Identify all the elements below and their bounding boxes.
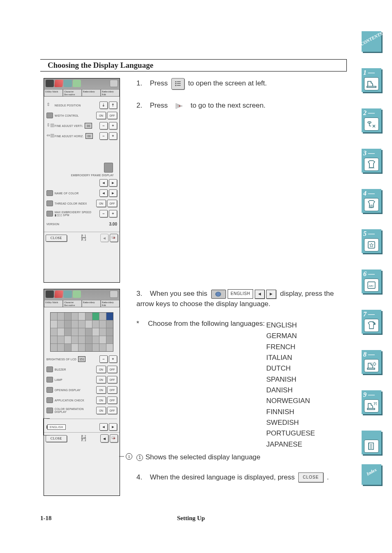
fav-minus-button[interactable]: − — [99, 122, 108, 129]
needle-icon: ⇕ — [46, 102, 53, 108]
brightness-minus-button[interactable]: − — [99, 355, 108, 363]
speed-minus-button[interactable]: − — [99, 210, 108, 217]
width-off-button[interactable]: OFF — [107, 112, 117, 119]
speed-icon — [46, 211, 53, 217]
thread-icon — [73, 290, 81, 298]
tci-off-button[interactable]: OFF — [107, 200, 117, 207]
opening-on-button[interactable]: ON — [96, 386, 106, 394]
page-indicator-p2: P. 2 P. 3 — [81, 435, 86, 442]
side-tab-contents[interactable]: CONTENTS — [362, 31, 381, 52]
tab-embroidery[interactable]: Embroidery — [82, 300, 101, 307]
frame-prev-button[interactable]: ◄ — [99, 179, 108, 187]
appcheck-icon — [46, 397, 53, 403]
page-prev-icon[interactable]: ◄ — [100, 434, 108, 442]
nameofcolor-label: NAME OF COLOR — [55, 192, 78, 195]
fav-plus-button[interactable]: + — [109, 122, 117, 129]
lamp-on-button[interactable]: ON — [96, 376, 106, 383]
presser-foot-icon — [46, 290, 54, 298]
settings-menu-icon[interactable] — [110, 80, 118, 87]
step-1: 1. Press to open the screen at left. — [136, 78, 347, 90]
opening-off-button[interactable]: OFF — [107, 386, 117, 394]
tab-embroidery-edit[interactable]: Embroidery Edit — [101, 89, 120, 96]
buzzer-on-button[interactable]: ON — [96, 366, 106, 373]
fah-minus-button[interactable]: − — [99, 132, 108, 140]
side-tab-5[interactable]: 5 — — [362, 229, 381, 253]
color-palette[interactable] — [50, 312, 113, 352]
page-indicator-p1: P. 1 P. 3 — [81, 234, 86, 242]
settings-menu-icon[interactable] — [110, 290, 118, 298]
brightness-plus-button[interactable]: + — [109, 355, 117, 363]
side-tab-8[interactable]: 8 — — [362, 350, 381, 374]
callout-1-marker: 1 — [119, 453, 132, 460]
svg-rect-3 — [175, 83, 176, 84]
close-button-p1[interactable]: CLOSE — [46, 235, 67, 242]
frame-next-button[interactable]: ► — [109, 179, 117, 187]
section-heading: Choosing the Display Language — [40, 60, 347, 71]
fah-plus-button[interactable]: + — [109, 132, 117, 140]
lang-next-button[interactable]: ► — [109, 423, 117, 431]
page-next-icon[interactable] — [110, 434, 118, 442]
svg-text:✲❀✲: ✲❀✲ — [369, 207, 374, 209]
machine-alert-icon: ?! — [364, 399, 379, 412]
side-tab-2[interactable]: 2 — — [362, 108, 381, 132]
svg-point-17 — [373, 363, 376, 365]
inline-prev-button[interactable]: ◄ — [255, 290, 265, 299]
side-tab-index[interactable]: Index — [362, 464, 381, 485]
lamp-label: LAMP — [55, 378, 62, 381]
globe-panel-icon — [211, 290, 226, 299]
inline-next-button[interactable]: ► — [266, 290, 276, 299]
width-control-label: WIDTH CONTROL — [55, 114, 79, 117]
tab-char-deco[interactable]: Character Decorative Stitch — [63, 89, 82, 96]
side-tab-9[interactable]: 9 — ?! — [362, 390, 381, 414]
help-icon — [54, 290, 63, 298]
hoop-abc-icon: ABC — [364, 279, 379, 292]
needle-right-button[interactable]: ⇡ — [109, 101, 117, 109]
tab-embroidery[interactable]: Embroidery — [82, 89, 101, 96]
side-tab-7[interactable]: 7 — — [362, 310, 381, 334]
svg-rect-2 — [177, 81, 181, 82]
side-tab-appendix[interactable] — [362, 431, 381, 454]
hoop-star-icon — [364, 238, 379, 251]
svg-text:?!: ?! — [374, 401, 377, 406]
tab-utility-stitch[interactable]: Utility Stitch — [44, 89, 63, 96]
machine-gear-icon — [364, 359, 379, 372]
svg-rect-19 — [369, 443, 374, 449]
tci-on-button[interactable]: ON — [96, 200, 106, 207]
side-tab-4[interactable]: 4 — ABC✲❀✲ — [362, 189, 381, 213]
tab-embroidery-edit[interactable]: Embroidery Edit — [101, 300, 120, 307]
tab-char-deco[interactable]: Character Decorative Stitch — [63, 300, 82, 307]
noc-next-button[interactable]: ► — [109, 189, 117, 197]
svg-rect-5 — [175, 85, 176, 86]
side-tab-6[interactable]: 6 — ABC — [362, 270, 381, 293]
needle-left-button[interactable]: ⇣ — [99, 101, 108, 109]
fine-adjust-h-label: FINE ADJUST HORIZ. — [55, 135, 84, 138]
colorsep-off-button[interactable]: OFF — [107, 407, 117, 414]
lang-prev-button[interactable]: ◄ — [99, 423, 108, 431]
width-on-button[interactable]: ON — [96, 112, 106, 119]
presser-foot-icon — [46, 80, 54, 87]
appcheck-on-button[interactable]: ON — [96, 396, 106, 404]
noc-prev-button[interactable]: ◄ — [99, 189, 108, 197]
next-page-triangle-icon[interactable] — [171, 99, 187, 113]
side-tab-3[interactable]: 3 — — [362, 149, 381, 173]
appcheck-off-button[interactable]: OFF — [107, 396, 117, 404]
svg-rect-6 — [177, 85, 181, 86]
side-tab-1[interactable]: 1 — — [362, 68, 381, 92]
fine-adjust-v-label: FINE ADJUST VERTI. — [55, 124, 83, 127]
colorsep-on-button[interactable]: ON — [96, 407, 106, 414]
speed-plus-button[interactable]: + — [109, 210, 117, 217]
settings-list-icon[interactable] — [171, 78, 184, 90]
tci-label: THREAD COLOR INDEX — [55, 202, 87, 205]
close-inline-button[interactable]: CLOSE — [298, 472, 323, 483]
settings-screen-page2: Utility Stitch Character Decorative Stit… — [44, 289, 120, 496]
speed-label: MAX EMBROIDERY SPEED ▮▯▯▯ SPM — [55, 211, 91, 217]
tab-utility-stitch[interactable]: Utility Stitch — [44, 300, 63, 307]
buzzer-label: BUZZER — [55, 368, 66, 371]
buzzer-off-button[interactable]: OFF — [107, 366, 117, 373]
close-button-p2[interactable]: CLOSE — [46, 435, 67, 442]
page-next-icon[interactable] — [110, 234, 118, 242]
opening-label: OPENING DISPLAY — [55, 389, 81, 392]
lamp-off-button[interactable]: OFF — [107, 376, 117, 383]
shirt-tools-icon — [364, 319, 379, 332]
page-prev-icon[interactable]: ◄ — [100, 234, 108, 242]
